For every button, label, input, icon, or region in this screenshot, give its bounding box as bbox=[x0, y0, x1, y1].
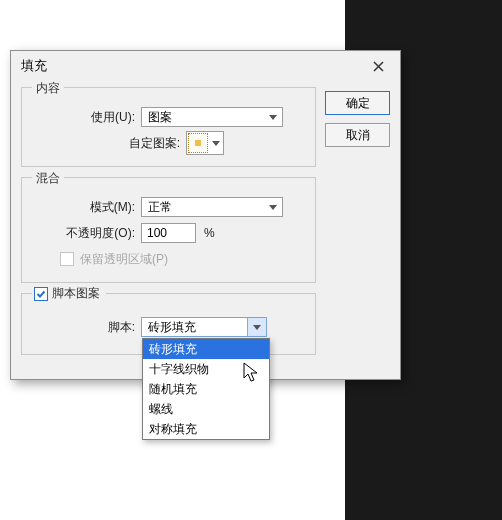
chevron-down-icon bbox=[247, 318, 266, 336]
opacity-value: 100 bbox=[147, 226, 167, 240]
use-row: 使用(U): 图案 bbox=[30, 104, 307, 130]
scripted-pattern-legend-text: 脚本图案 bbox=[52, 285, 100, 302]
content-groupbox: 内容 使用(U): 图案 自定图案: bbox=[21, 87, 316, 167]
close-icon bbox=[373, 61, 384, 72]
opacity-input[interactable]: 100 bbox=[141, 223, 196, 243]
fill-dialog: 填充 确定 取消 内容 使用(U): 图案 bbox=[10, 50, 401, 380]
chevron-down-icon bbox=[209, 141, 223, 146]
scripted-pattern-checkbox[interactable] bbox=[34, 287, 48, 301]
blend-legend: 混合 bbox=[32, 170, 64, 187]
checkmark-icon bbox=[36, 289, 46, 299]
script-select[interactable]: 砖形填充 砖形填充十字线织物随机填充螺线对称填充 bbox=[141, 317, 267, 337]
screenshot-stage: 填充 确定 取消 内容 使用(U): 图案 bbox=[0, 0, 502, 520]
use-select[interactable]: 图案 bbox=[141, 107, 283, 127]
script-dropdown-list: 砖形填充十字线织物随机填充螺线对称填充 bbox=[142, 338, 270, 440]
mode-select-value: 正常 bbox=[142, 199, 264, 216]
script-row: 脚本: 砖形填充 砖形填充十字线织物随机填充螺线对称填充 bbox=[30, 314, 307, 340]
script-option[interactable]: 随机填充 bbox=[143, 379, 269, 399]
preserve-transparency-row: 保留透明区域(P) bbox=[30, 246, 307, 272]
dialog-title: 填充 bbox=[21, 57, 47, 75]
scripted-pattern-legend: 脚本图案 bbox=[32, 285, 106, 302]
script-option[interactable]: 砖形填充 bbox=[143, 339, 269, 359]
dialog-body: 确定 取消 内容 使用(U): 图案 bbox=[11, 81, 400, 379]
custom-pattern-row: 自定图案: bbox=[30, 130, 307, 156]
left-column: 内容 使用(U): 图案 自定图案: bbox=[21, 87, 316, 355]
mode-label: 模式(M): bbox=[30, 199, 141, 216]
title-bar[interactable]: 填充 bbox=[11, 51, 400, 81]
chevron-down-icon bbox=[264, 198, 282, 216]
mode-select[interactable]: 正常 bbox=[141, 197, 283, 217]
script-option[interactable]: 螺线 bbox=[143, 399, 269, 419]
mode-row: 模式(M): 正常 bbox=[30, 194, 307, 220]
opacity-unit: % bbox=[204, 226, 215, 240]
use-label: 使用(U): bbox=[30, 109, 141, 126]
opacity-row: 不透明度(O): 100 % bbox=[30, 220, 307, 246]
close-button[interactable] bbox=[362, 55, 394, 77]
opacity-label: 不透明度(O): bbox=[30, 225, 141, 242]
content-legend: 内容 bbox=[32, 80, 64, 97]
use-select-value: 图案 bbox=[142, 109, 264, 126]
preserve-transparency-label: 保留透明区域(P) bbox=[80, 251, 168, 268]
chevron-down-icon bbox=[264, 108, 282, 126]
ok-button[interactable]: 确定 bbox=[325, 91, 390, 115]
script-select-value: 砖形填充 bbox=[142, 319, 247, 336]
script-label: 脚本: bbox=[30, 319, 141, 336]
cancel-button[interactable]: 取消 bbox=[325, 123, 390, 147]
script-option[interactable]: 十字线织物 bbox=[143, 359, 269, 379]
scripted-pattern-groupbox: 脚本图案 脚本: 砖形填充 砖形填充十字线织物随机填充螺线对称填充 bbox=[21, 293, 316, 355]
script-option[interactable]: 对称填充 bbox=[143, 419, 269, 439]
action-button-column: 确定 取消 bbox=[325, 91, 390, 147]
pattern-swatch bbox=[188, 133, 208, 153]
custom-pattern-label: 自定图案: bbox=[30, 135, 186, 152]
pattern-picker[interactable] bbox=[186, 131, 224, 155]
blend-groupbox: 混合 模式(M): 正常 不透明度(O): 100 bbox=[21, 177, 316, 283]
preserve-transparency-checkbox[interactable] bbox=[60, 252, 74, 266]
